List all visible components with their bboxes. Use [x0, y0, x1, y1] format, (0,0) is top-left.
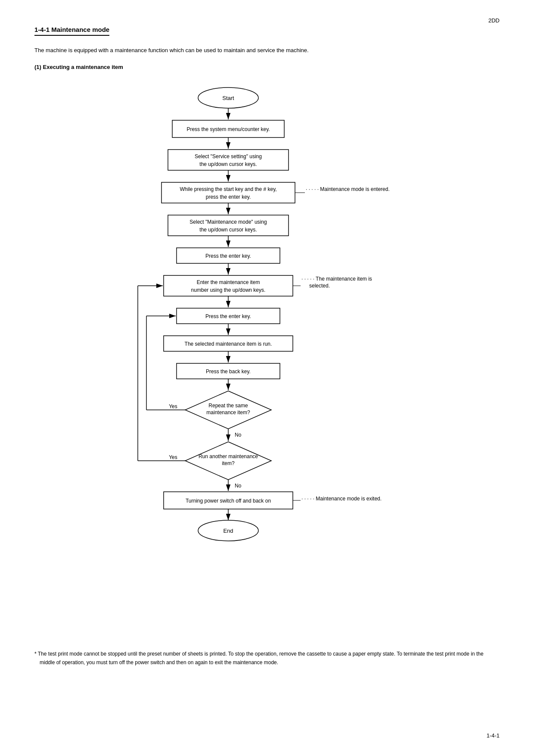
svg-text:Start: Start: [222, 95, 234, 101]
svg-text:press the enter key.: press the enter key.: [206, 194, 251, 200]
svg-text:End: End: [223, 528, 233, 534]
page-number: 1-4-1: [487, 732, 500, 739]
svg-text:Repeat the same: Repeat the same: [208, 403, 248, 409]
footnote: * The test print mode cannot be stopped …: [34, 650, 500, 667]
svg-text:the up/down cursor keys.: the up/down cursor keys.: [199, 161, 257, 167]
section-title: 1-4-1 Maintenance mode: [34, 26, 109, 36]
flowchart-container: Start Press the system menu/counter key.…: [34, 81, 500, 632]
svg-text:Press the enter key.: Press the enter key.: [205, 253, 251, 259]
svg-text:Run another maintenance: Run another maintenance: [199, 453, 258, 459]
svg-text:Select "Maintenance mode" usin: Select "Maintenance mode" using: [189, 219, 267, 225]
svg-text:Yes: Yes: [169, 403, 177, 409]
svg-text:selected.: selected.: [309, 283, 330, 289]
subsection-title: (1) Executing a maintenance item: [34, 64, 500, 70]
svg-text:· · · · ·  The maintenance ite: · · · · · The maintenance item is: [301, 276, 372, 282]
svg-text:maintenance item?: maintenance item?: [206, 409, 250, 415]
svg-text:No: No: [235, 483, 242, 489]
svg-text:Press the enter key.: Press the enter key.: [205, 313, 251, 319]
page-id: 2DD: [488, 17, 500, 24]
svg-text:While pressing the start key a: While pressing the start key and the # k…: [180, 186, 276, 192]
svg-text:the up/down cursor keys.: the up/down cursor keys.: [199, 227, 257, 233]
svg-text:Turning power switch off and b: Turning power switch off and back on: [186, 498, 271, 504]
svg-text:The selected maintenance item : The selected maintenance item is run.: [185, 341, 272, 347]
svg-text:· · · · ·  Maintenance mode is: · · · · · Maintenance mode is exited.: [301, 496, 382, 502]
svg-text:Press the back key.: Press the back key.: [206, 369, 251, 375]
flowchart-svg: Start Press the system menu/counter key.…: [73, 81, 461, 632]
svg-text:Press the system menu/counter : Press the system menu/counter key.: [186, 126, 270, 132]
svg-text:number using the up/down keys.: number using the up/down keys.: [191, 287, 266, 293]
svg-text:· · · · ·  Maintenance mode is: · · · · · Maintenance mode is entered.: [306, 186, 390, 192]
intro-text: The machine is equipped with a maintenan…: [34, 46, 500, 55]
svg-text:Enter the maintenance item: Enter the maintenance item: [197, 279, 260, 285]
svg-text:Select "Service setting" using: Select "Service setting" using: [195, 153, 262, 159]
page: 2DD 1-4-1 Maintenance mode The machine i…: [0, 0, 534, 756]
svg-text:Yes: Yes: [169, 454, 177, 460]
svg-text:No: No: [235, 432, 242, 438]
svg-text:item?: item?: [222, 460, 235, 466]
